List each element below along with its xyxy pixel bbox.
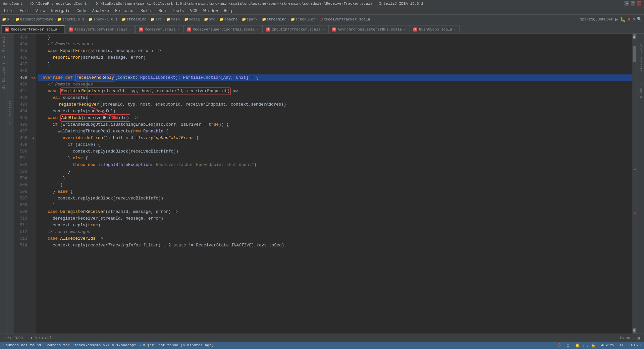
status-right: S 英 🔔 ↑ ↓ 🔒 489:29 LF UTF-8 bbox=[558, 343, 641, 348]
menu-code[interactable]: Code bbox=[74, 8, 89, 14]
ln-491: 491 bbox=[14, 88, 27, 95]
ln-487: 487 bbox=[14, 61, 27, 68]
crumb-main[interactable]: main bbox=[171, 17, 180, 21]
menu-edit[interactable]: Edit bbox=[17, 8, 32, 14]
stop-button[interactable]: ■ bbox=[628, 17, 630, 22]
code-with-gutters: 483 484 485 486 487 488 489 490 491 492 … bbox=[14, 34, 637, 334]
crumb-apache[interactable]: apache bbox=[224, 17, 238, 21]
menu-navigate[interactable]: Navigate bbox=[48, 8, 73, 14]
crumb-streaming[interactable]: streaming bbox=[126, 17, 146, 21]
ln-494: 494 bbox=[14, 108, 27, 115]
tab-receivertracker[interactable]: S ReceiverTracker.scala ✕ bbox=[1, 25, 65, 33]
folder-icon-scala: 📁 bbox=[184, 17, 188, 21]
menu-file[interactable]: File bbox=[1, 8, 16, 14]
menu-run[interactable]: Run bbox=[156, 8, 169, 14]
tab-label-3: Receiver.scala bbox=[145, 27, 175, 32]
code-line-499: if (active) { bbox=[38, 141, 632, 148]
ln-493: 493 bbox=[14, 101, 27, 108]
gutter-500 bbox=[30, 148, 36, 155]
nav-bar: 📁 D: › 📁 BigDataSoftware › 📁 spark1.6.1 … bbox=[0, 15, 644, 24]
crumb-spark-161[interactable]: spark-1.6.1 bbox=[93, 17, 118, 21]
highlight-addblock: AddBlock(receivedBlockInfo) bbox=[60, 114, 130, 122]
ln-499: 499 bbox=[14, 141, 27, 148]
crumb-src[interactable]: src bbox=[155, 17, 162, 21]
gutter-508 bbox=[30, 202, 36, 209]
gutter-488 bbox=[30, 68, 36, 74]
crumb-filename[interactable]: ReceiverTracker.scala bbox=[324, 17, 370, 21]
code-editor[interactable]: } // Remote messages case ReportError(st… bbox=[36, 34, 632, 334]
menu-build[interactable]: Build bbox=[138, 8, 155, 14]
tab-close-6[interactable]: ✕ bbox=[404, 27, 406, 32]
crumb-spark[interactable]: spark bbox=[247, 17, 258, 21]
tab-close-2[interactable]: ✕ bbox=[129, 27, 131, 32]
scrollbar-vertical[interactable]: ▲ ▼ bbox=[632, 34, 637, 334]
menu-refactor[interactable]: Refactor bbox=[112, 8, 137, 14]
crumb-bigdatasoftware-2[interactable]: BigDataSoftware bbox=[20, 17, 53, 21]
crumb-streaming2[interactable]: streaming bbox=[267, 17, 286, 21]
status-message: Sources not found: Sources for 'spark-as… bbox=[3, 343, 214, 347]
ln-501: 501 bbox=[14, 155, 27, 162]
status-lf: LF bbox=[620, 343, 624, 347]
tab-inputinfotracker[interactable]: S InputInfoTracker.scala ✕ bbox=[262, 25, 328, 33]
menu-tools[interactable]: Tools bbox=[169, 8, 187, 14]
gutter-502 bbox=[30, 162, 36, 168]
code-line-510: deregisterReceiver(streamId, message, er… bbox=[38, 215, 632, 222]
project-panel-toggle[interactable]: 1: Project bbox=[1, 35, 6, 60]
run-button[interactable]: ▶ bbox=[615, 16, 618, 22]
menu-window[interactable]: Window bbox=[201, 8, 220, 14]
scala-icon-5: S bbox=[266, 27, 270, 32]
scroll-down-button[interactable]: ▼ bbox=[633, 328, 636, 333]
crumb-scala[interactable]: scala bbox=[189, 17, 200, 21]
gutter-492 bbox=[30, 95, 36, 101]
crumb-spark161[interactable]: spark1.6.1 bbox=[62, 17, 84, 21]
scroll-up-button[interactable]: ▲ bbox=[633, 34, 636, 39]
maximize-button[interactable]: □ bbox=[631, 1, 635, 6]
ln-496: 496 bbox=[14, 121, 27, 128]
crumb-scheduler[interactable]: scheduler bbox=[296, 17, 315, 21]
tab-close-3[interactable]: ✕ bbox=[177, 27, 179, 32]
tab-close-1[interactable]: ✕ bbox=[59, 27, 61, 32]
favorites-label[interactable]: 2: Favorites bbox=[9, 101, 12, 125]
tab-eventloop[interactable]: S EventLoop.scala ✕ bbox=[410, 25, 460, 33]
scroll-thumb[interactable] bbox=[633, 46, 636, 62]
code-line-492: val successful = bbox=[38, 95, 632, 101]
crumb-bigdatasoftware[interactable]: D: bbox=[7, 17, 11, 21]
code-line-486: reportError(streamId, message, error) bbox=[38, 54, 632, 61]
minimize-button[interactable]: ─ bbox=[625, 1, 629, 6]
crumb-org[interactable]: org bbox=[209, 17, 215, 21]
ln-489: 489 bbox=[14, 74, 27, 81]
search-button[interactable]: 🔍 bbox=[637, 17, 642, 22]
settings-button[interactable]: ⚙ bbox=[633, 17, 635, 22]
folder-icon-4: 📁 bbox=[89, 17, 93, 21]
code-line-511: context.reply(true) bbox=[38, 222, 632, 229]
run-config-label[interactable]: SparkSQLUDFUDAF bbox=[580, 17, 613, 21]
close-button[interactable]: ✕ bbox=[637, 1, 641, 6]
gutter-491 bbox=[30, 88, 36, 95]
event-log-tab[interactable]: Event Log bbox=[619, 335, 641, 341]
tab-close-4[interactable]: ✕ bbox=[256, 27, 258, 32]
tab-label-4: ReceiverSupervisorImpl.scala bbox=[193, 27, 255, 32]
tab-receiversupervisorimpl[interactable]: S ReceiverSupervisorImpl.scala ✕ bbox=[183, 25, 262, 33]
todo-tab[interactable]: ☑ 6: TODO bbox=[3, 335, 24, 341]
ln-486: 486 bbox=[14, 54, 27, 61]
terminal-tab[interactable]: ▶ Terminal bbox=[30, 335, 53, 341]
tab-receiversupervisor[interactable]: S ReceiverSupervisor.scala ✕ bbox=[65, 25, 135, 33]
gutter-512 bbox=[30, 229, 36, 235]
menu-view[interactable]: View bbox=[33, 8, 48, 14]
menu-help[interactable]: Help bbox=[221, 8, 236, 14]
build-toggle[interactable]: 1: Build bbox=[639, 82, 642, 98]
structure-panel-toggle[interactable]: 2: Structure bbox=[1, 61, 6, 90]
debug-button[interactable]: 🐛 bbox=[620, 16, 626, 22]
tab-asynclistenerbus[interactable]: S AsynchronousListenerBus.scala ✕ bbox=[328, 25, 409, 33]
gutter-490 bbox=[30, 81, 36, 88]
ln-495: 495 bbox=[14, 115, 27, 121]
ln-485: 485 bbox=[14, 48, 27, 54]
tab-close-5[interactable]: ✕ bbox=[322, 27, 324, 32]
menu-analyze[interactable]: Analyze bbox=[90, 8, 112, 14]
tab-close-7[interactable]: ✕ bbox=[454, 27, 456, 32]
menu-vcs[interactable]: VCS bbox=[187, 8, 200, 14]
maven-projects-toggle[interactable]: Maven Projects bbox=[639, 44, 642, 72]
ln-503: 503 bbox=[14, 168, 27, 175]
ln-508: 508 bbox=[14, 202, 27, 209]
tab-receiver[interactable]: S Receiver.scala ✕ bbox=[135, 25, 183, 33]
